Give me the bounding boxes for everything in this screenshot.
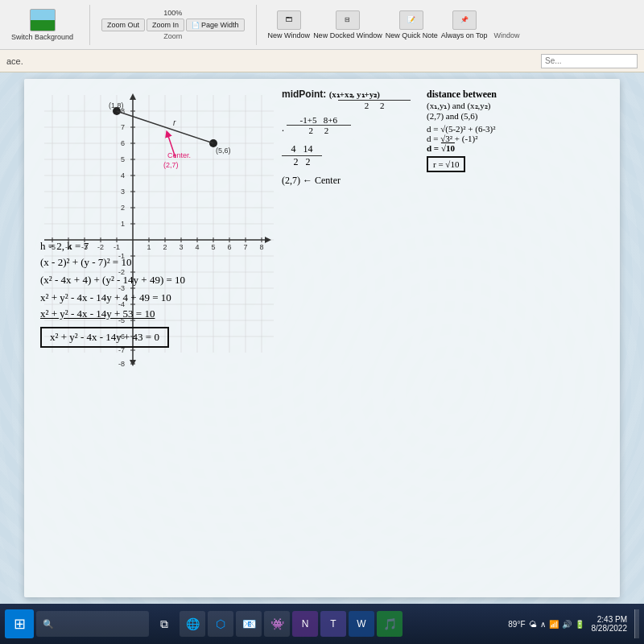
- svg-marker-31: [130, 360, 136, 366]
- volume-icon[interactable]: 🔊: [562, 620, 572, 629]
- taskbar-onenote-icon[interactable]: N: [292, 611, 318, 637]
- final-equation-boxed: x² + y² - 4x - 14y + 43 = 0: [40, 327, 169, 348]
- simplify-eq: x² + y² - 4x - 14y + 53 = 10: [40, 308, 612, 320]
- always-on-top-icon: 📌: [452, 10, 477, 30]
- midpoint-label: midPoint: (x₁+x₂, y₁+y₂): [282, 89, 411, 100]
- midpoint-center-result: (2,7) ← Center: [282, 175, 411, 187]
- svg-text:2: 2: [121, 204, 125, 212]
- distance-section: distance between (x₁,y₁) and (x₂,y₂) (2,…: [427, 89, 497, 187]
- svg-text:Center.: Center.: [167, 151, 191, 159]
- window-buttons-group: 🗔 New Window ⊟ New Docked Window 📝 New Q…: [268, 10, 520, 39]
- new-quick-note-label: New Quick Note: [386, 31, 438, 39]
- distance-eq3: d = √10: [427, 143, 497, 153]
- nav-search-input[interactable]: [541, 54, 638, 68]
- svg-text:r: r: [173, 118, 176, 127]
- show-desktop-button[interactable]: [634, 609, 639, 638]
- divider-1: [89, 5, 90, 45]
- svg-text:-8: -8: [118, 360, 125, 368]
- taskbar: ⊞ 🔍 ⧉ 🌐 ⬡ 📧 👾 N T W 🎵 89°F 🌤 ∧ 📶 🔊 🔋 2:4…: [0, 604, 644, 644]
- taskbar-edge-icon[interactable]: ⬡: [208, 611, 233, 637]
- circle-standard-eq: (x - 2)² + (y - 7)² = 10: [40, 256, 612, 269]
- taskbar-teams-icon[interactable]: T: [320, 611, 346, 637]
- math-equations-area: midPoint: (x₁+x₂, y₁+y₂) 2 2 · -1+5 8+6 …: [282, 89, 612, 192]
- taskbar-word-icon[interactable]: W: [349, 611, 374, 637]
- system-tray: 89°F 🌤 ∧ 📶 🔊 🔋: [508, 620, 584, 629]
- midpoint-section: midPoint: (x₁+x₂, y₁+y₂) 2 2 · -1+5 8+6 …: [282, 89, 411, 187]
- new-docked-window-icon: ⊟: [336, 10, 360, 30]
- new-window-label: New Window: [268, 31, 311, 39]
- zoom-section: 100% Zoom Out Zoom In 📄 Page Width Zoom: [101, 9, 245, 40]
- svg-marker-30: [130, 93, 136, 100]
- start-button[interactable]: ⊞: [5, 609, 34, 638]
- distance-title: distance between: [427, 89, 497, 101]
- taskbar-pacman-icon[interactable]: 👾: [264, 611, 290, 637]
- svg-text:5: 5: [121, 155, 125, 163]
- distance-points: (x₁,y₁) and (x₂,y₂): [427, 101, 497, 111]
- divider-2: [256, 5, 257, 45]
- radius-eq: r = √10: [427, 156, 465, 172]
- svg-text:(2,7): (2,7): [163, 161, 179, 169]
- distance-eq2: d = √3² + (-1)²: [427, 134, 497, 143]
- toolbar: Switch Background 100% Zoom Out Zoom In …: [0, 0, 644, 50]
- switch-background-label: Switch Background: [11, 33, 73, 41]
- switch-background-icon: [30, 9, 56, 31]
- hk-label: h = 2, k = 7: [40, 240, 612, 253]
- new-quick-note-button[interactable]: 📝 New Quick Note: [386, 10, 438, 39]
- new-window-icon: 🗔: [277, 10, 301, 30]
- weather-icon: 🌤: [529, 620, 537, 629]
- new-docked-window-label: New Docked Window: [313, 31, 382, 39]
- svg-text:(1,8): (1,8): [109, 101, 124, 109]
- page-area: 8 7 6 5 4 3 2 1 -1 -2 -3 -4 -5: [24, 79, 620, 597]
- always-on-top-label: Always on Top: [441, 31, 488, 39]
- lower-math-area: h = 2, k = 7 (x - 2)² + (y - 7)² = 10 (x…: [40, 240, 612, 348]
- zoom-percent: 100%: [163, 9, 182, 17]
- taskbar-clock[interactable]: 2:43 PM 8/28/2022: [587, 615, 633, 633]
- taskbar-outlook-icon[interactable]: 📧: [236, 611, 262, 637]
- svg-text:4: 4: [121, 171, 125, 180]
- svg-text:3: 3: [121, 188, 125, 196]
- svg-text:6: 6: [121, 139, 125, 147]
- always-on-top-button[interactable]: 📌 Always on Top: [441, 10, 488, 39]
- temperature-display: 89°F: [508, 620, 525, 629]
- zoom-out-button[interactable]: Zoom Out: [101, 19, 145, 31]
- svg-text:(5,6): (5,6): [216, 147, 231, 155]
- battery-icon: 🔋: [575, 620, 584, 629]
- expand-eq1: (x² - 4x + 4) + (y² - 14y + 49) = 10: [40, 274, 612, 287]
- zoom-label: Zoom: [163, 32, 182, 40]
- network-icon[interactable]: 📶: [549, 620, 559, 629]
- taskbar-chrome-icon[interactable]: 🌐: [180, 611, 205, 637]
- svg-text:1: 1: [121, 220, 125, 228]
- nav-left-text: ace.: [6, 56, 23, 66]
- svg-text:7: 7: [121, 123, 125, 131]
- distance-eq1: d = √(5-2)² + (6-3)²: [427, 124, 497, 134]
- taskbar-spotify-icon[interactable]: 🎵: [377, 611, 402, 637]
- chevron-up-icon[interactable]: ∧: [540, 620, 546, 629]
- taskbar-search[interactable]: 🔍: [36, 611, 149, 637]
- task-view-button[interactable]: ⧉: [151, 611, 177, 637]
- new-quick-note-icon: 📝: [399, 10, 423, 30]
- new-window-button[interactable]: 🗔 New Window: [268, 10, 311, 39]
- switch-background-button[interactable]: Switch Background: [6, 6, 78, 44]
- distance-actual: (2,7) and (5,6): [427, 111, 497, 121]
- main-content-area: 8 7 6 5 4 3 2 1 -1 -2 -3 -4 -5: [0, 72, 644, 604]
- taskbar-time: 2:43 PM: [592, 615, 628, 624]
- page-width-button[interactable]: 📄 Page Width: [186, 19, 245, 31]
- taskbar-date: 8/28/2022: [592, 624, 628, 633]
- expand-eq2: x² + y² - 4x - 14y + 4 + 49 = 10: [40, 291, 612, 304]
- zoom-in-button[interactable]: Zoom In: [147, 19, 184, 31]
- window-section-label: Window: [494, 31, 520, 39]
- new-docked-window-button[interactable]: ⊟ New Docked Window: [313, 10, 382, 39]
- nav-bar: ace.: [0, 50, 644, 72]
